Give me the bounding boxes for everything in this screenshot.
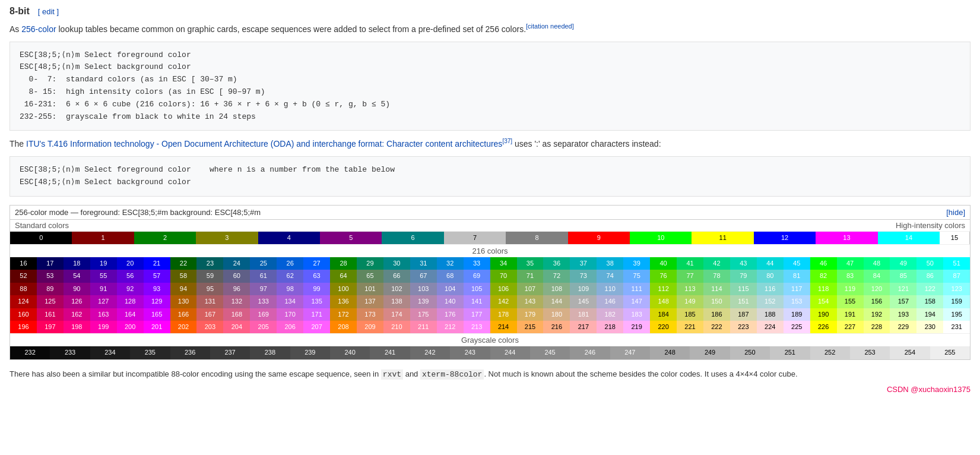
s250: 250 (730, 346, 770, 359)
s25: 25 (250, 257, 277, 270)
s156: 156 (864, 295, 890, 308)
s17: 17 (37, 257, 64, 270)
s88: 88 (10, 283, 37, 295)
s94: 94 (170, 283, 197, 295)
s149: 149 (677, 295, 703, 308)
s153: 153 (784, 295, 810, 308)
s46: 46 (810, 257, 837, 270)
oda-text-before: The (9, 139, 26, 148)
s34: 34 (490, 257, 517, 270)
s187: 187 (730, 308, 757, 321)
s227: 227 (837, 321, 864, 333)
s62: 62 (277, 270, 303, 282)
s59: 59 (196, 270, 223, 282)
s49: 49 (890, 257, 916, 270)
s193: 193 (890, 308, 916, 321)
s241: 241 (370, 346, 410, 359)
s23: 23 (196, 257, 223, 270)
s48: 48 (864, 257, 890, 270)
s177: 177 (464, 308, 490, 321)
s43: 43 (730, 257, 757, 270)
s68: 68 (437, 270, 464, 282)
s60: 60 (223, 270, 250, 282)
code-line-6: 232-255: grayscale from black to white i… (20, 112, 256, 121)
hide-link[interactable]: [hide] (946, 208, 965, 217)
s213: 213 (464, 321, 490, 333)
s36: 36 (543, 257, 570, 270)
swatch-12: 12 (754, 232, 816, 244)
s254: 254 (890, 346, 930, 359)
s64: 64 (330, 270, 357, 282)
s74: 74 (597, 270, 623, 282)
s155: 155 (837, 295, 864, 308)
s220: 220 (650, 321, 677, 333)
256color-link[interactable]: 256-color (21, 24, 56, 34)
swatch-4: 4 (258, 232, 320, 244)
s165: 165 (144, 308, 170, 321)
swatch-0: 0 (10, 232, 72, 244)
s233: 233 (50, 346, 90, 359)
s24: 24 (223, 257, 250, 270)
s142: 142 (490, 295, 517, 308)
s83: 83 (837, 270, 864, 282)
s35: 35 (517, 257, 544, 270)
s202: 202 (170, 321, 197, 333)
s115: 115 (730, 283, 757, 295)
s166: 166 (170, 308, 197, 321)
citation-link[interactable]: [citation needed] (526, 23, 574, 30)
s150: 150 (703, 295, 730, 308)
s171: 171 (303, 308, 330, 321)
color-table-header: 256-color mode — foreground: ESC[38;5;#m… (10, 206, 970, 220)
code-line-5: 16-231: 6 × 6 × 6 cube (216 colors): 16 … (20, 100, 390, 109)
oda-link[interactable]: ITU's T.416 Information technology - Ope… (26, 139, 502, 148)
s92: 92 (117, 283, 144, 295)
s124: 124 (10, 295, 37, 308)
s69: 69 (464, 270, 490, 282)
s224: 224 (757, 321, 784, 333)
swatch-13: 13 (816, 232, 877, 244)
s222: 222 (703, 321, 730, 333)
grayscale-label: Grayscale colors (10, 333, 970, 346)
s236: 236 (170, 346, 210, 359)
s26: 26 (277, 257, 303, 270)
s95: 95 (196, 283, 223, 295)
s37: 37 (570, 257, 597, 270)
s65: 65 (357, 270, 383, 282)
s147: 147 (623, 295, 650, 308)
rxvt-code: rxvt (381, 369, 403, 380)
s194: 194 (916, 308, 943, 321)
s247: 247 (610, 346, 650, 359)
swatch-14: 14 (878, 232, 940, 244)
s203: 203 (196, 321, 223, 333)
s160: 160 (10, 308, 37, 321)
s101: 101 (357, 283, 383, 295)
s201: 201 (144, 321, 170, 333)
s228: 228 (864, 321, 890, 333)
row-16-51: 16 17 18 19 20 21 22 23 24 25 26 27 28 2… (10, 257, 970, 270)
s195: 195 (943, 308, 970, 321)
s143: 143 (517, 295, 544, 308)
s229: 229 (890, 321, 916, 333)
s182: 182 (597, 308, 623, 321)
s221: 221 (677, 321, 703, 333)
s109: 109 (570, 283, 597, 295)
s235: 235 (130, 346, 170, 359)
row-0-15: 0 1 2 3 4 5 6 7 8 9 10 11 12 13 14 15 (10, 232, 970, 244)
s231: 231 (943, 321, 970, 333)
s87: 87 (943, 270, 970, 282)
code-line-3: 0- 7: standard colors (as in ESC [ 30–37… (20, 75, 237, 84)
s179: 179 (517, 308, 544, 321)
s200: 200 (117, 321, 144, 333)
s249: 249 (690, 346, 730, 359)
s67: 67 (410, 270, 437, 282)
s47: 47 (837, 257, 864, 270)
edit-link[interactable]: [ edit ] (38, 7, 59, 16)
s128: 128 (117, 295, 144, 308)
s33: 33 (464, 257, 490, 270)
s127: 127 (90, 295, 117, 308)
color-table-title: 256-color mode — foreground: ESC[38;5;#m… (15, 208, 261, 217)
s105: 105 (464, 283, 490, 295)
s96: 96 (223, 283, 250, 295)
s242: 242 (410, 346, 450, 359)
s180: 180 (543, 308, 570, 321)
